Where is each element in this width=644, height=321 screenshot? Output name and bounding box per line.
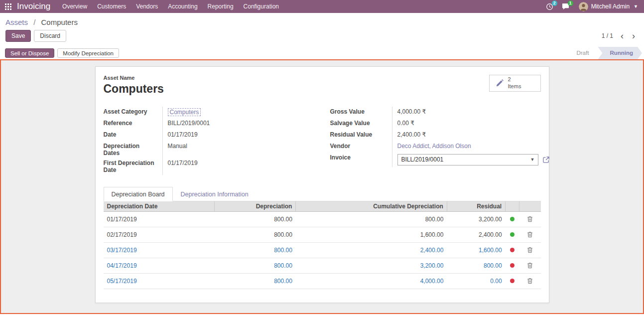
apps-menu-button[interactable]	[0, 0, 16, 13]
field-date: Date01/17/2019	[104, 130, 322, 141]
form-view: Asset Name Computers 2 Items Asset Categ…	[0, 59, 644, 314]
menu-item-vendors[interactable]: Vendors	[131, 0, 163, 13]
messages-button[interactable]: 1	[558, 0, 574, 13]
depreciation-row[interactable]: 03/17/2019800.002,400.001,600.00	[104, 242, 541, 258]
menu-item-configuration[interactable]: Configuration	[239, 0, 284, 13]
field-reference: ReferenceBILL/2019/0001	[104, 118, 322, 130]
field-salvage-value: Salvage Value0.00 ₹	[330, 118, 541, 130]
field-value: 01/17/2019	[162, 158, 322, 175]
invoice-combobox[interactable]: BILL/2019/0001▼	[397, 154, 538, 165]
trash-icon[interactable]	[525, 277, 535, 285]
save-button[interactable]: Save	[5, 30, 31, 42]
field-value: 0.00 ₹	[392, 118, 541, 130]
message-badge: 1	[568, 0, 573, 6]
column-header-residual[interactable]: Residual	[447, 201, 505, 211]
asset-category-link[interactable]: Computers	[168, 108, 201, 116]
column-header-cumulative-depreciation[interactable]: Cumulative Depreciation	[296, 201, 447, 211]
status-dot	[510, 232, 515, 237]
status-dot	[510, 217, 515, 221]
breadcrumb-assets[interactable]: Assets	[5, 18, 28, 26]
notebook-tabs: Depreciation BoardDepreciation Informati…	[104, 187, 541, 201]
cell-delete	[519, 273, 541, 289]
asset-title-block: Asset Name Computers	[104, 75, 164, 96]
field-gross-value: Gross Value4,000.00 ₹	[330, 107, 541, 118]
invoice-field: BILL/2019/0001▼	[397, 154, 549, 165]
depreciation-row[interactable]: 01/17/2019800.00800.003,200.00	[104, 211, 541, 227]
cell-delete	[519, 211, 541, 227]
chevron-down-icon: ▼	[530, 155, 535, 165]
cell-delete	[519, 258, 541, 273]
external-link-icon[interactable]	[543, 157, 549, 163]
cell-cumulative: 3,200.00	[296, 258, 447, 273]
menu-item-customers[interactable]: Customers	[92, 0, 131, 13]
status-running[interactable]: Running	[598, 47, 642, 59]
asset-name: Computers	[104, 82, 164, 96]
status-dot	[510, 263, 515, 268]
user-name: Mitchell Admin	[591, 3, 630, 10]
menu-item-accounting[interactable]: Accounting	[163, 0, 202, 13]
breadcrumb: Assets / Computers	[0, 13, 644, 28]
field-groups: Asset CategoryComputersReferenceBILL/201…	[104, 107, 541, 175]
user-menu[interactable]: Mitchell Admin ▼	[574, 2, 640, 11]
app-title[interactable]: Invoicing	[16, 1, 57, 11]
cell-cumulative: 1,600.00	[296, 227, 447, 242]
field-value: 01/17/2019	[162, 130, 322, 141]
field-value: 2,400.00 ₹	[392, 130, 541, 141]
column-header-depreciation-date[interactable]: Depreciation Date	[104, 201, 215, 211]
cell-residual: 1,600.00	[447, 242, 505, 258]
sell-or-dispose-button[interactable]: Sell or Dispose	[5, 48, 54, 58]
items-count: 2	[508, 76, 521, 83]
cell-depreciation: 800.00	[214, 211, 296, 227]
depreciation-row[interactable]: 04/17/2019800.003,200.00800.00	[104, 258, 541, 273]
table-body: 01/17/2019800.00800.003,200.0002/17/2019…	[104, 211, 541, 289]
depreciation-row[interactable]: 02/17/2019800.001,600.002,400.00	[104, 227, 541, 242]
asset-name-label: Asset Name	[104, 75, 164, 81]
field-value: BILL/2019/0001	[162, 118, 322, 130]
field-value: BILL/2019/0001▼	[392, 153, 549, 167]
pager-previous-icon[interactable]: ‹	[620, 31, 625, 40]
items-label: Items	[508, 83, 521, 90]
status-dot	[510, 248, 515, 252]
items-stat-button[interactable]: 2 Items	[489, 75, 541, 92]
discard-button[interactable]: Discard	[34, 30, 66, 42]
asset-sheet: Asset Name Computers 2 Items Asset Categ…	[95, 66, 549, 303]
field-vendor: VendorDeco Addict, Addison Olson	[330, 141, 541, 153]
field-value: 4,000.00 ₹	[392, 107, 541, 118]
field-value: Deco Addict, Addison Olson	[392, 141, 541, 153]
field-label: Gross Value	[330, 107, 392, 118]
cell-residual: 3,200.00	[447, 211, 505, 227]
pager-next-icon[interactable]: ›	[631, 31, 636, 40]
trash-icon[interactable]	[525, 215, 535, 223]
breadcrumb-separator: /	[33, 18, 35, 26]
depreciation-row[interactable]: 05/17/2019800.004,000.000.00	[104, 273, 541, 289]
pencil-icon	[496, 79, 504, 87]
top-navbar: Invoicing OverviewCustomersVendorsAccoun…	[0, 0, 644, 13]
column-header-status	[506, 201, 519, 211]
apps-grid-icon	[5, 3, 11, 10]
trash-icon[interactable]	[525, 261, 535, 270]
cell-depreciation: 800.00	[214, 242, 296, 258]
field-depreciation-dates: Depreciation DatesManual	[104, 141, 322, 158]
activity-badge: 2	[552, 0, 557, 6]
field-label: Date	[104, 130, 162, 141]
right-field-group: Gross Value4,000.00 ₹Salvage Value0.00 ₹…	[322, 107, 541, 175]
chevron-down-icon: ▼	[634, 4, 638, 9]
status-draft[interactable]: Draft	[564, 47, 598, 59]
column-header-depreciation[interactable]: Depreciation	[214, 201, 296, 211]
cell-residual: 2,400.00	[447, 227, 505, 242]
main-menu: OverviewCustomersVendorsAccountingReport…	[57, 0, 284, 13]
field-label: Invoice	[330, 153, 392, 167]
trash-icon[interactable]	[525, 246, 535, 254]
activities-button[interactable]: 2	[542, 0, 558, 13]
field-residual-value: Residual Value2,400.00 ₹	[330, 130, 541, 141]
tab-depreciation-information[interactable]: Depreciation Information	[173, 187, 257, 201]
menu-item-reporting[interactable]: Reporting	[203, 0, 239, 13]
vendor-link[interactable]: Deco Addict, Addison Olson	[397, 143, 471, 150]
menu-item-overview[interactable]: Overview	[57, 0, 92, 13]
modify-depreciation-button[interactable]: Modify Depreciation	[57, 48, 119, 58]
tab-depreciation-board[interactable]: Depreciation Board	[104, 187, 173, 201]
trash-icon[interactable]	[525, 230, 535, 239]
cell-date: 05/17/2019	[104, 273, 215, 289]
sheet-header: Asset Name Computers 2 Items	[104, 75, 541, 96]
field-label: First Depreciation Date	[104, 158, 162, 175]
